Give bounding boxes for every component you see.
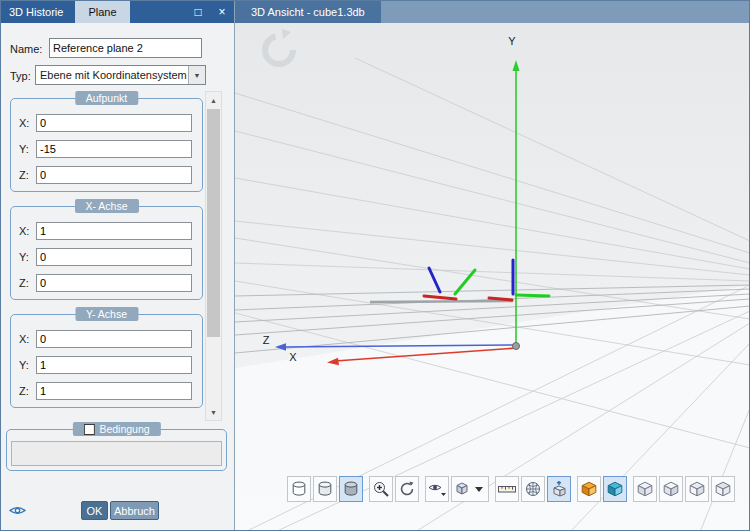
cylinder-wireframe-button[interactable]	[287, 476, 311, 502]
type-select-value: Ebene mit Koordinatensystem	[36, 69, 188, 81]
aufpunkt-z-input[interactable]	[36, 166, 192, 184]
cylinder-shaded-button[interactable]	[339, 476, 363, 502]
cube-view-iso-button[interactable]	[633, 476, 657, 502]
ruler-measure-button[interactable]	[495, 476, 519, 502]
aufpunkt-x-input[interactable]	[36, 114, 192, 132]
x-axis-label: X	[289, 351, 297, 363]
view-toolbar	[287, 476, 735, 502]
camera-view-button[interactable]	[425, 476, 449, 502]
origin-point	[513, 343, 520, 350]
zoom-in-button[interactable]	[369, 476, 393, 502]
y-achse-group-title: Y- Achse	[75, 307, 138, 321]
y-achse-z-input[interactable]	[36, 382, 192, 400]
scrollbar-track[interactable]	[206, 108, 221, 404]
bedingung-checkbox[interactable]	[83, 424, 94, 435]
view-preset-combo-button[interactable]	[451, 476, 489, 502]
triad-2	[489, 260, 549, 300]
cube-view-front-button[interactable]	[659, 476, 683, 502]
x-achse-group: X- Achse X: Y: Z:	[10, 206, 203, 300]
visibility-eye-icon[interactable]	[9, 504, 26, 519]
y-achse-x-input[interactable]	[36, 330, 192, 348]
tab-3d-historie[interactable]: 3D Historie	[1, 1, 71, 23]
tab-plane[interactable]: Plane	[75, 1, 129, 23]
orbit-view-button[interactable]	[395, 476, 419, 502]
y-achse-x-label: X:	[19, 333, 29, 345]
bedingung-group: Bedingung	[6, 429, 227, 471]
y-achse-group: Y- Achse X: Y: Z:	[10, 314, 203, 408]
view-titlebar: 3D Ansicht - cube1.3db	[235, 1, 749, 23]
scroll-down-icon[interactable]: ▼	[206, 404, 221, 420]
coordinate-scroll-region: Aufpunkt X: Y: Z: X- Achse X: Y: Z: Y-	[1, 91, 235, 421]
close-icon[interactable]: ×	[210, 1, 234, 23]
aufpunkt-z-label: Z:	[19, 169, 29, 181]
maximize-icon[interactable]: □	[186, 1, 210, 23]
plane-dialog-panel: 3D Historie Plane □ × Name: Typ: Ebene m…	[1, 1, 235, 530]
wireframe-scene: Y Z X	[235, 23, 749, 530]
dialog-titlebar: 3D Historie Plane □ ×	[1, 1, 234, 23]
type-label: Typ:	[10, 70, 31, 82]
chevron-down-icon[interactable]: ▼	[188, 66, 205, 84]
tab-3d-ansicht[interactable]: 3D Ansicht - cube1.3db	[235, 1, 381, 23]
move-view-button[interactable]	[547, 476, 571, 502]
x-achse-y-input[interactable]	[36, 248, 192, 266]
scrollbar-thumb[interactable]	[207, 109, 220, 337]
cancel-button[interactable]: Abbruch	[110, 501, 159, 520]
name-input[interactable]	[49, 38, 202, 58]
app-window: 3D Historie Plane □ × Name: Typ: Ebene m…	[0, 0, 750, 531]
x-achse-z-label: Z:	[19, 277, 29, 289]
aufpunkt-group-title: Aufpunkt	[75, 91, 138, 105]
aufpunkt-group: Aufpunkt X: Y: Z:	[10, 98, 203, 192]
3d-view-panel: 3D Ansicht - cube1.3db	[235, 1, 749, 530]
scroll-up-icon[interactable]: ▲	[206, 92, 221, 108]
y-achse-y-label: Y:	[19, 359, 29, 371]
world-axes	[275, 60, 520, 365]
ok-button[interactable]: OK	[81, 501, 108, 520]
y-achse-y-input[interactable]	[36, 356, 192, 374]
y-achse-z-label: Z:	[19, 385, 29, 397]
x-achse-x-label: X:	[19, 225, 29, 237]
cube-solid-orange-button[interactable]	[577, 476, 601, 502]
cylinder-hidden-edges-button[interactable]	[313, 476, 337, 502]
plane-edge-thick	[370, 301, 513, 302]
bedingung-field	[11, 441, 222, 466]
cube-solid-blue-button[interactable]	[603, 476, 627, 502]
type-select[interactable]: Ebene mit Koordinatensystem ▼	[35, 65, 206, 85]
x-achse-x-input[interactable]	[36, 222, 192, 240]
cube-view-side-button[interactable]	[685, 476, 709, 502]
triad-1	[424, 268, 475, 299]
y-axis-label: Y	[508, 35, 516, 47]
cube-view-back-button[interactable]	[711, 476, 735, 502]
name-label: Name:	[10, 43, 42, 55]
bedingung-label: Bedingung	[99, 423, 149, 435]
x-achse-y-label: Y:	[19, 251, 29, 263]
y-axis-arrowhead	[513, 60, 520, 71]
orbit-indicator-icon	[265, 29, 293, 64]
plane-form: Name: Typ: Ebene mit Koordinatensystem ▼…	[1, 23, 234, 530]
3d-viewport[interactable]: Y Z X	[235, 23, 749, 530]
mesh-display-button[interactable]	[521, 476, 545, 502]
aufpunkt-x-label: X:	[19, 117, 29, 129]
aufpunkt-y-input[interactable]	[36, 140, 192, 158]
x-achse-z-input[interactable]	[36, 274, 192, 292]
z-axis-label: Z	[263, 334, 270, 346]
aufpunkt-y-label: Y:	[19, 143, 29, 155]
x-achse-group-title: X- Achse	[74, 199, 138, 213]
scrollbar[interactable]: ▲ ▼	[205, 91, 222, 421]
